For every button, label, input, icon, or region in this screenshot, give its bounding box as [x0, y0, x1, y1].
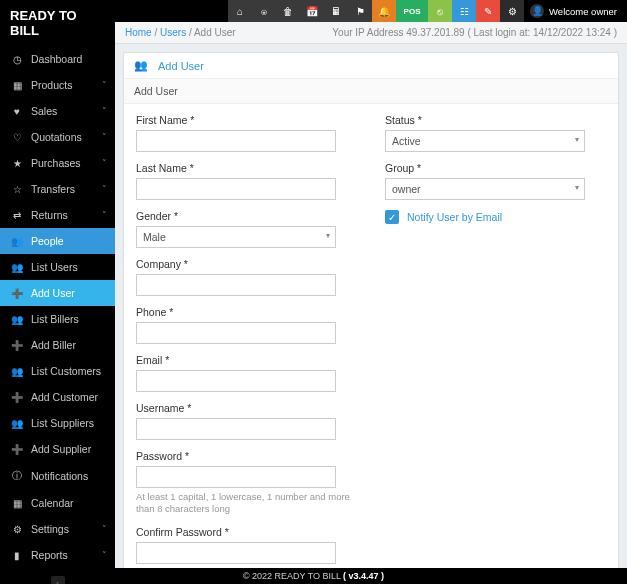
chevron-down-icon: ˅ [102, 132, 107, 142]
clear-btn[interactable]: 🗑 [276, 0, 300, 22]
add-supplier-icon: ➕ [10, 444, 24, 455]
flag-btn[interactable]: ⚑ [348, 0, 372, 22]
notify-checkbox[interactable]: ✓ [385, 210, 399, 224]
products-icon: ▦ [10, 80, 24, 91]
users-icon: 👥 [134, 59, 148, 72]
calculator-btn[interactable]: 🖩 [324, 0, 348, 22]
settings-btn[interactable]: ⚙ [500, 0, 524, 22]
chevron-down-icon: ˅ [102, 524, 107, 534]
label-phone: Phone * [136, 306, 357, 318]
returns-icon: ⇄ [10, 210, 24, 221]
phone-input[interactable] [136, 322, 336, 344]
chevron-down-icon: ˅ [102, 550, 107, 560]
sidebar-item-label: Returns [31, 209, 68, 221]
sidebar-item-label: Add Biller [31, 339, 76, 351]
label-email: Email * [136, 354, 357, 366]
sidebar-item-list-customers: 👥List Customers [0, 358, 115, 384]
pos-btn[interactable]: POS [396, 0, 428, 22]
form-col-right: Status * Active ▾ Group * owner ▾ ✓ Noti… [385, 114, 606, 568]
sidebar-item-add-user: ➕Add User [0, 280, 115, 306]
sidebar-item-purchases: ★Purchases˅ [0, 150, 115, 176]
email-input[interactable] [136, 370, 336, 392]
sidebar-item-people: 👥 People ˅ [0, 228, 115, 254]
panel-subtitle: Add User [124, 79, 618, 104]
tail-menu: ⓘNotifications▦Calendar⚙Settings˅▮Report… [0, 462, 115, 568]
today-btn[interactable]: ⎋ [428, 0, 452, 22]
people-submenu: 👥List Users➕Add User👥List Billers➕Add Bi… [0, 254, 115, 462]
dashboard-icon: ◷ [10, 54, 24, 65]
sidebar-item-settings: ⚙Settings˅ [0, 516, 115, 542]
footer-text: © 2022 READY TO BILL [243, 571, 341, 581]
notify-row: ✓ Notify User by Email [385, 210, 606, 224]
first-name-input[interactable] [136, 130, 336, 152]
gender-select[interactable]: Male [136, 226, 336, 248]
sidebar-item-label: Add User [31, 287, 75, 299]
label-gender: Gender * [136, 210, 357, 222]
chevron-down-icon: ˅ [102, 210, 107, 220]
sidebar-item-notifications: ⓘNotifications [0, 462, 115, 490]
username-input[interactable] [136, 418, 336, 440]
sidebar-item-label: List Customers [31, 365, 101, 377]
panel-header: 👥 Add User [124, 53, 618, 79]
breadcrumb: Home / Users / Add User [125, 27, 236, 38]
form-col-left: First Name * Last Name * Gender * Male ▾… [136, 114, 357, 568]
crumb-current: Add User [194, 27, 236, 38]
password-hint: At least 1 capital, 1 lowercase, 1 numbe… [136, 491, 356, 516]
alerts-btn[interactable]: 🔔 [372, 0, 396, 22]
content: 👥 Add User Add User First Name * Last Na… [115, 44, 627, 568]
panel-add-user: 👥 Add User Add User First Name * Last Na… [123, 52, 619, 568]
crumb-home[interactable]: Home [125, 27, 152, 38]
label-status: Status * [385, 114, 606, 126]
group-select[interactable]: owner [385, 178, 585, 200]
password-input[interactable] [136, 466, 336, 488]
chevron-down-icon: ˅ [102, 106, 107, 116]
list-customers-icon: 👥 [10, 366, 24, 377]
sidebar-item-label: Dashboard [31, 53, 82, 65]
label-confirm: Confirm Password * [136, 526, 357, 538]
list-btn[interactable]: ☷ [452, 0, 476, 22]
chevron-down-icon: ˅ [102, 158, 107, 168]
chevron-down-icon: ˅ [102, 236, 107, 246]
avatar-icon: 👤 [530, 4, 544, 18]
status-select[interactable]: Active [385, 130, 585, 152]
sidebar-item-quotations: ♡Quotations˅ [0, 124, 115, 150]
home-btn[interactable]: ⌂ [228, 0, 252, 22]
people-icon: 👥 [10, 236, 24, 247]
sidebar-item-products: ▦Products˅ [0, 72, 115, 98]
company-input[interactable] [136, 274, 336, 296]
list-billers-icon: 👥 [10, 314, 24, 325]
add-user-icon: ➕ [10, 288, 24, 299]
sidebar-item-list-users: 👥List Users [0, 254, 115, 280]
sidebar-item-label: People [31, 235, 64, 247]
calendar-btn[interactable]: 📅 [300, 0, 324, 22]
sidebar-item-add-biller: ➕Add Biller [0, 332, 115, 358]
sidebar-item-label: Notifications [31, 470, 88, 482]
sidebar-item-add-customer: ➕Add Customer [0, 384, 115, 410]
last-name-input[interactable] [136, 178, 336, 200]
sidebar-item-label: Add Supplier [31, 443, 91, 455]
sidebar-item-label: Calendar [31, 497, 74, 509]
chevron-down-icon: ˅ [102, 184, 107, 194]
sidebar-item-add-supplier: ➕Add Supplier [0, 436, 115, 462]
edit-btn[interactable]: ✎ [476, 0, 500, 22]
footer-version: ( v3.4.47 ) [343, 571, 384, 581]
sidebar-item-label: List Billers [31, 313, 79, 325]
main-menu: ◷Dashboard▦Products˅♥Sales˅♡Quotations˅★… [0, 46, 115, 228]
panel-title: Add User [158, 60, 204, 72]
collapse-sidebar-btn[interactable]: ‹ [51, 576, 65, 584]
dashboard-btn[interactable]: ⍟ [252, 0, 276, 22]
sidebar-item-label: Add Customer [31, 391, 98, 403]
sidebar-item-label: List Suppliers [31, 417, 94, 429]
welcome-menu[interactable]: 👤 Welcome owner [524, 0, 627, 22]
calendar-icon: ▦ [10, 498, 24, 509]
sidebar: READY TO BILL ◷Dashboard▦Products˅♥Sales… [0, 0, 115, 584]
sidebar-item-list-billers: 👥List Billers [0, 306, 115, 332]
confirm-password-input[interactable] [136, 542, 336, 564]
crumb-users[interactable]: Users [160, 27, 186, 38]
sidebar-item-label: Reports [31, 549, 68, 561]
label-company: Company * [136, 258, 357, 270]
reports-icon: ▮ [10, 550, 24, 561]
sidebar-item-returns: ⇄Returns˅ [0, 202, 115, 228]
ip-info: Your IP Address 49.37.201.89 ( Last logi… [332, 27, 617, 38]
chevron-down-icon: ˅ [102, 80, 107, 90]
